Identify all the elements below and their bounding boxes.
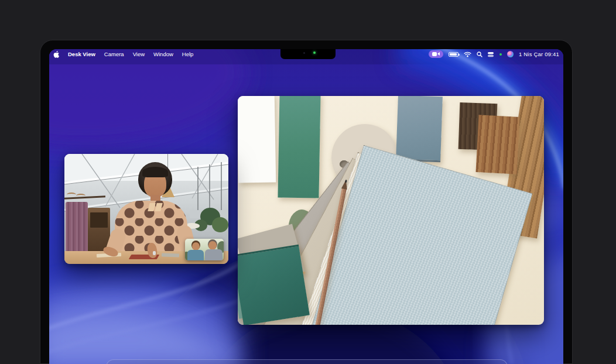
menu-help[interactable]: Help <box>182 51 194 57</box>
video-camera-icon <box>432 52 440 56</box>
desk-view-window[interactable] <box>238 96 544 325</box>
wifi-icon[interactable] <box>464 51 471 57</box>
facetime-call-window[interactable] <box>64 154 228 264</box>
blue-gray-tile-sample <box>396 96 443 162</box>
silver-ring <box>153 251 156 255</box>
menu-desk-view[interactable]: Desk View <box>68 51 95 57</box>
pip-woman-body <box>187 250 204 260</box>
macbook-screen: Desk View Camera View Window Help <box>49 49 563 364</box>
camera-indicator-light <box>313 51 316 54</box>
clothes-hanger-icon <box>76 194 85 198</box>
camera-notch <box>280 49 336 59</box>
desk-sample-gray <box>162 253 179 257</box>
teal-tile-sample <box>278 96 320 198</box>
video-indicator-pill-icon[interactable] <box>429 50 443 58</box>
pip-man-body <box>205 249 223 260</box>
recording-status-dot <box>499 53 502 56</box>
apple-logo-icon[interactable] <box>53 51 59 58</box>
battery-icon[interactable] <box>449 52 458 57</box>
menu-window[interactable]: Window <box>153 51 173 57</box>
menu-camera[interactable]: Camera <box>104 51 124 57</box>
facetime-pip-thumbnail[interactable] <box>185 239 224 260</box>
macbook-mockup: Desk View Camera View Window Help <box>0 0 616 364</box>
spotlight-search-icon[interactable] <box>477 51 482 57</box>
participant-hairline <box>142 167 168 177</box>
facetime-camera-lens <box>303 52 305 54</box>
menu-bar-clock[interactable]: 1 Nis Çar 09:41 <box>519 51 559 57</box>
pip-woman-head <box>192 242 200 250</box>
brown-wood-sample <box>475 115 519 174</box>
menu-extra-icon[interactable] <box>488 51 494 57</box>
siri-icon[interactable] <box>507 51 514 57</box>
clothes-hanger-icon <box>67 193 76 197</box>
pip-man-head <box>208 241 217 250</box>
menu-view[interactable]: View <box>133 51 145 57</box>
teal-square-dark <box>238 245 310 325</box>
white-card-sample <box>238 96 276 183</box>
plant <box>212 217 228 232</box>
dock[interactable] <box>106 359 508 364</box>
